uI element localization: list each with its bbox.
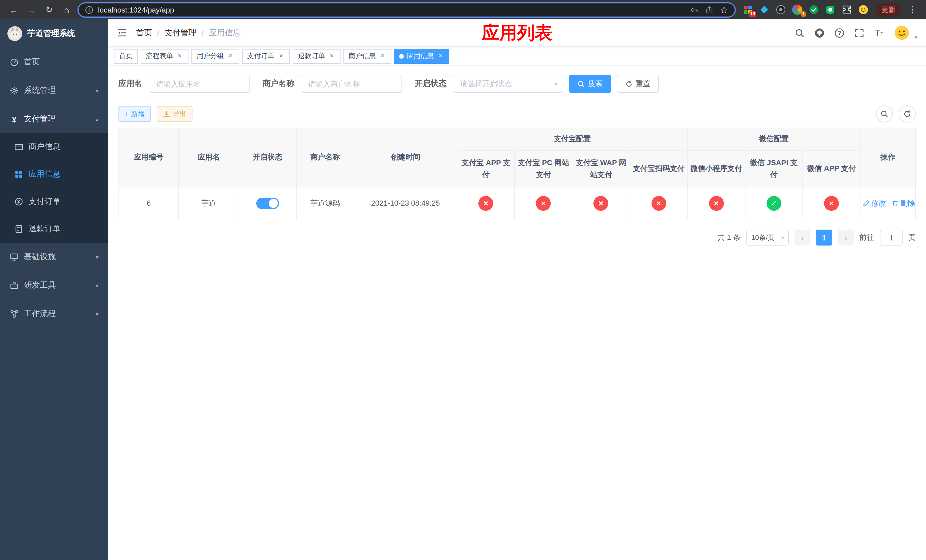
search-button-label: 搜索	[588, 79, 602, 89]
share-icon[interactable]	[705, 5, 714, 14]
sidebar-logo[interactable]: 芋道管理系统	[0, 20, 108, 48]
goto-page-input[interactable]	[880, 230, 903, 245]
extension-dark-circle-icon[interactable]	[776, 5, 786, 15]
tab-close-icon[interactable]: ×	[176, 52, 183, 60]
extension-blue-gem-icon[interactable]	[759, 5, 769, 15]
help-icon[interactable]: ?	[834, 28, 844, 38]
page-number-button[interactable]: 1	[816, 230, 832, 245]
page-size-select[interactable]: 10条/页 ▾	[746, 230, 789, 245]
sidebar-item-workflow[interactable]: 工作流程 ▾	[0, 300, 108, 328]
browser-home-icon[interactable]: ⌂	[60, 3, 73, 17]
github-icon[interactable]	[814, 28, 825, 38]
export-button[interactable]: 导出	[157, 106, 192, 122]
sidebar-item-system[interactable]: 系统管理 ▾	[0, 76, 108, 105]
breadcrumb-separator: /	[201, 28, 204, 37]
sidebar-item-label: 支付管理	[24, 114, 56, 124]
column-header-app-id: 应用编号	[119, 128, 179, 187]
refresh-table-button[interactable]	[899, 105, 916, 123]
tab-close-icon[interactable]: ×	[437, 52, 444, 60]
url-text[interactable]: localhost:1024/pay/app	[98, 5, 174, 14]
tab-close-icon[interactable]: ×	[379, 52, 386, 60]
chevron-down-icon: ▾	[96, 311, 98, 317]
column-group-alipay: 支付宝配置	[457, 128, 687, 151]
avatar-caret-icon[interactable]: ▾	[915, 34, 917, 41]
reset-button[interactable]: 重置	[617, 75, 659, 93]
tab-close-icon[interactable]: ×	[227, 52, 234, 60]
active-dot	[399, 54, 404, 58]
extension-colorful-icon[interactable]: 1	[792, 5, 802, 15]
sidebar-item-app-info[interactable]: 应用信息	[0, 160, 108, 188]
search-button[interactable]: 搜索	[569, 75, 611, 93]
plus-icon: +	[125, 110, 129, 118]
delete-link-label: 删除	[900, 198, 915, 208]
tab-home[interactable]: 首页	[114, 49, 138, 64]
breadcrumb-home[interactable]: 首页	[136, 28, 152, 38]
browser-reload-icon[interactable]: ↻	[42, 3, 56, 17]
profile-avatar[interactable]	[858, 5, 869, 15]
delete-link[interactable]: 删除	[892, 198, 915, 208]
sidebar-item-merchant-info[interactable]: 商户信息	[0, 133, 108, 160]
prev-page-button[interactable]: ‹	[794, 230, 810, 245]
search-icon[interactable]	[794, 28, 805, 38]
browser-menu-icon[interactable]: ⋮	[905, 3, 919, 17]
extension-green-check-icon[interactable]	[809, 5, 819, 15]
channel-status-icon: ×	[824, 196, 839, 210]
pay-submenu: 商户信息 应用信息 支付订单	[0, 133, 108, 243]
app-name-label: 应用名	[118, 79, 142, 89]
tab-pay-order[interactable]: 支付订单 ×	[242, 49, 290, 64]
extension-chat-icon[interactable]	[825, 5, 835, 15]
sidebar-item-label: 应用信息	[29, 169, 61, 179]
page-size-value: 10条/页	[752, 233, 775, 242]
sidebar-item-dev-tools[interactable]: 研发工具 ▾	[0, 271, 108, 300]
tab-close-icon[interactable]: ×	[328, 52, 336, 60]
add-button[interactable]: + 新增	[118, 106, 151, 122]
sidebar-item-pay-order[interactable]: 支付订单	[0, 188, 108, 215]
sidebar-item-pay[interactable]: ¥ 支付管理 ▴	[0, 105, 108, 133]
chevron-down-icon: ▾	[781, 235, 784, 241]
sidebar-item-infra[interactable]: 基础设施 ▾	[0, 243, 108, 271]
address-bar[interactable]: localhost:1024/pay/app	[77, 2, 736, 17]
sidebar-item-home[interactable]: 首页	[0, 48, 108, 76]
toggle-search-button[interactable]	[876, 105, 893, 123]
status-toggle[interactable]	[256, 197, 279, 209]
status-select[interactable]: 请选择开启状态 ▾	[453, 75, 563, 93]
fullscreen-icon[interactable]	[854, 28, 864, 38]
chevron-down-icon: ▾	[96, 254, 98, 260]
cell-app-name: 芋道	[179, 187, 239, 219]
edit-link[interactable]: 修改	[863, 198, 886, 208]
svg-text:?: ?	[838, 30, 841, 36]
breadcrumb-pay[interactable]: 支付管理	[165, 28, 197, 38]
tab-merchant-info[interactable]: 商户信息 ×	[343, 49, 391, 64]
extension-grid-icon[interactable]: 10	[743, 5, 753, 15]
merchant-name-input[interactable]	[301, 75, 402, 93]
search-icon	[578, 80, 585, 88]
tab-process-form[interactable]: 流程表单 ×	[141, 49, 189, 64]
app-name-input[interactable]	[149, 75, 250, 93]
download-icon	[163, 110, 170, 118]
bookmark-star-icon[interactable]	[720, 5, 728, 14]
user-avatar[interactable]	[894, 25, 909, 41]
tab-close-icon[interactable]: ×	[277, 52, 285, 60]
page-content: 应用名 商户名称 开启状态 请选择开启状态 ▾	[108, 66, 926, 560]
sidebar-toggle-icon[interactable]	[117, 27, 127, 38]
column-header-channel: 支付宝 PC 网站支付	[515, 151, 572, 187]
tab-app-info[interactable]: 应用信息 ×	[394, 49, 449, 64]
browser-back-icon[interactable]: ←	[7, 3, 21, 17]
site-info-icon[interactable]	[85, 5, 94, 14]
tab-label: 首页	[119, 51, 133, 61]
font-size-icon[interactable]: T T	[874, 28, 884, 38]
breadcrumb: 首页 / 支付管理 / 应用信息	[136, 28, 241, 38]
cell-app-id: 6	[119, 187, 179, 219]
password-key-icon[interactable]	[690, 5, 699, 14]
sidebar-item-refund-order[interactable]: 退款订单	[0, 215, 108, 243]
tab-refund-order[interactable]: 退款订单 ×	[293, 49, 340, 64]
extensions-puzzle-icon[interactable]	[842, 5, 852, 15]
sidebar-item-label: 研发工具	[24, 280, 56, 291]
chevron-up-icon: ▴	[96, 116, 98, 122]
browser-forward-icon[interactable]: →	[24, 3, 38, 17]
next-page-button[interactable]: ›	[838, 230, 854, 245]
browser-update-button[interactable]: 更新	[875, 3, 902, 16]
search-form: 应用名 商户名称 开启状态 请选择开启状态 ▾	[118, 75, 916, 93]
sidebar-item-label: 基础设施	[24, 252, 56, 262]
tab-user-group[interactable]: 用户分组 ×	[191, 49, 239, 64]
